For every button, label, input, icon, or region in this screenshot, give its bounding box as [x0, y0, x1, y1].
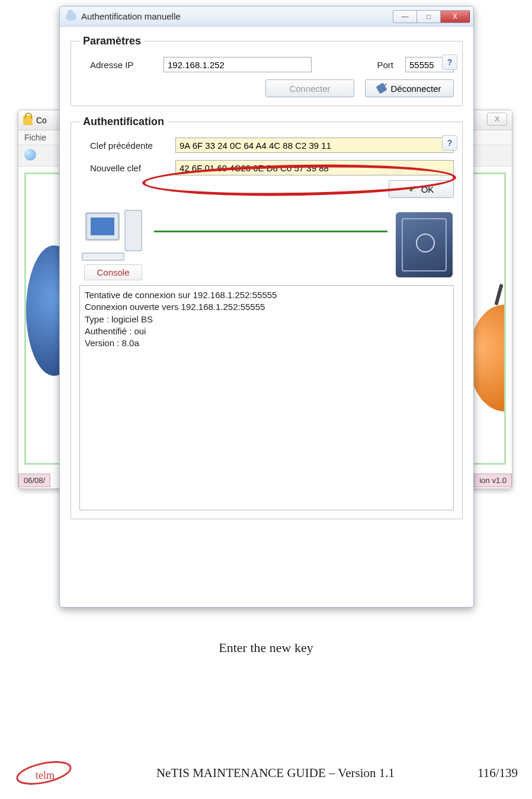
ip-port-row: Adresse IP Port	[79, 57, 454, 72]
status-right-fragment: ion v1.0	[474, 474, 512, 487]
previous-key-row: Clef précédente	[79, 138, 454, 153]
previous-key-label: Clef précédente	[90, 140, 167, 151]
authentication-group: Authentification ? Clef précédente Nouve…	[70, 116, 463, 519]
auth-dialog-window: Authentification manuelle — □ X Paramètr…	[59, 6, 474, 608]
connection-diagram: Console	[81, 209, 453, 280]
authentication-help-button[interactable]: ?	[442, 135, 457, 151]
auth-dialog-title: Authentification manuelle	[81, 11, 388, 21]
status-left-fragment: 06/08/	[18, 474, 50, 487]
footer-center-text: NeTIS MAINTENANCE GUIDE – Version 1.1	[92, 766, 459, 781]
brand-logo: telm	[14, 761, 85, 785]
connection-line	[154, 231, 387, 232]
globe-icon[interactable]	[24, 149, 36, 161]
lock-icon	[23, 116, 33, 125]
ok-button[interactable]: ✔ OK	[389, 180, 454, 198]
tower-icon	[124, 210, 142, 251]
parameters-group: Paramètres ? Adresse IP Port Connecter D…	[70, 35, 463, 106]
ip-input[interactable]	[164, 57, 312, 72]
plug-icon	[376, 82, 387, 94]
window-control-buttons: — □ X	[393, 10, 470, 23]
connect-button-row: Connecter Déconnecter	[79, 79, 454, 97]
auth-dialog-titlebar[interactable]: Authentification manuelle — □ X	[60, 7, 473, 27]
disconnect-button-label: Déconnecter	[390, 84, 441, 94]
parameters-help-button[interactable]: ?	[442, 55, 457, 70]
logo-text: telm	[36, 769, 55, 781]
close-button[interactable]: X	[440, 10, 470, 23]
connect-button-label: Connecter	[289, 84, 330, 94]
cloud-icon	[66, 12, 76, 21]
keyboard-icon	[82, 253, 124, 261]
background-antenna-icon	[494, 284, 503, 305]
new-key-input[interactable]	[175, 160, 454, 175]
console-tab[interactable]: Console	[84, 264, 142, 280]
connect-button[interactable]: Connecter	[265, 79, 354, 97]
background-title-fragment: Co	[36, 116, 47, 125]
pc-icon	[81, 209, 146, 262]
minimize-button[interactable]: —	[393, 10, 416, 23]
auth-dialog-body: Paramètres ? Adresse IP Port Connecter D…	[60, 27, 473, 535]
parameters-legend: Paramètres	[79, 35, 145, 47]
ok-button-row: ✔ OK	[79, 180, 454, 198]
previous-key-input[interactable]	[175, 138, 454, 153]
footer-page-number: 116/139	[459, 766, 518, 781]
ip-label: Adresse IP	[90, 60, 155, 70]
log-output[interactable]: Tentative de connexion sur 192.168.1.252…	[79, 285, 454, 510]
page-footer: telm NeTIS MAINTENANCE GUIDE – Version 1…	[0, 761, 532, 785]
authentication-legend: Authentification	[79, 116, 168, 128]
port-label: Port	[377, 60, 393, 70]
new-key-label: Nouvelle clef	[90, 163, 167, 173]
new-key-row: Nouvelle clef	[79, 160, 454, 175]
monitor-icon	[85, 212, 120, 241]
check-icon: ✔	[409, 184, 416, 194]
client-pc-graphic: Console	[81, 209, 146, 280]
background-close-button[interactable]: X	[487, 113, 507, 126]
server-icon	[396, 212, 453, 277]
ok-button-label: OK	[421, 184, 434, 194]
background-graphic-blob	[469, 305, 504, 411]
figure-caption: Enter the new key	[0, 640, 532, 656]
maximize-button[interactable]: □	[416, 10, 440, 23]
disconnect-button[interactable]: Déconnecter	[365, 79, 454, 97]
